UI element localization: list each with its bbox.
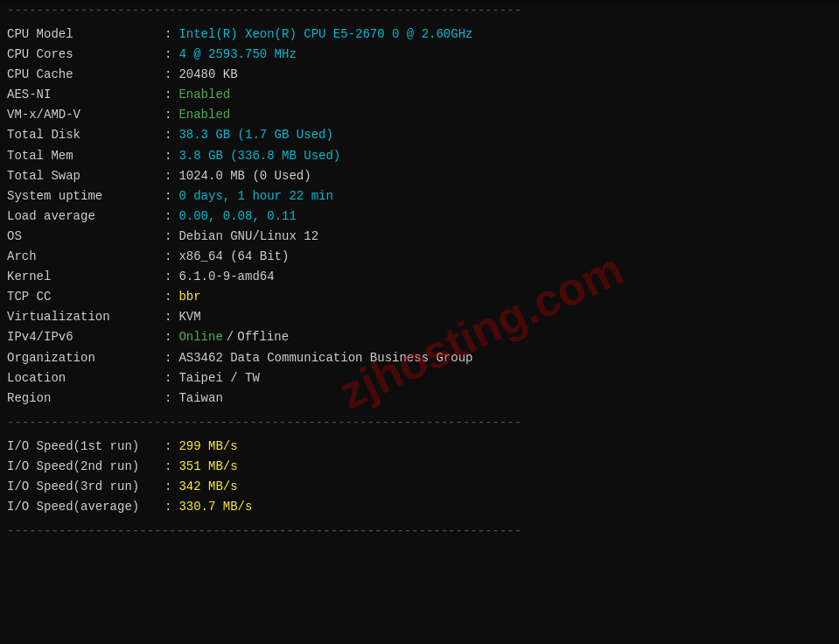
table-row: CPU Cache : 20480 KB	[7, 65, 832, 85]
ipv4ipv6-slash: /	[227, 327, 234, 347]
uptime-label: System uptime	[7, 186, 164, 206]
org-value: AS3462 Data Communication Business Group	[178, 348, 472, 368]
kernel-value: 6.1.0-9-amd64	[178, 267, 274, 287]
cpu-model-value: Intel(R) Xeon(R) CPU E5-2670 0 @ 2.60GHz	[178, 24, 472, 45]
location-value: Taipei / TW	[178, 368, 259, 388]
cpu-cache-value: 20480 KB	[178, 65, 237, 85]
table-row: TCP CC : bbr	[7, 287, 832, 307]
tcp-cc-label: TCP CC	[7, 287, 164, 307]
colon: :	[164, 166, 171, 186]
aes-ni-value: Enabled	[178, 85, 230, 105]
table-row: OS : Debian GNU/Linux 12	[7, 227, 832, 247]
colon: :	[164, 45, 171, 65]
table-row: Organization : AS3462 Data Communication…	[7, 348, 832, 368]
colon: :	[164, 368, 171, 388]
table-row: Load average : 0.00, 0.08, 0.11	[7, 206, 832, 227]
org-label: Organization	[7, 348, 164, 368]
virtualization-value: KVM	[178, 307, 200, 327]
io-1st-value: 299 MB/s	[178, 437, 237, 457]
colon: :	[164, 146, 171, 166]
ipv4-status: Online	[178, 327, 222, 347]
total-mem-value: 3.8 GB (336.8 MB Used)	[178, 146, 340, 166]
region-value: Taiwan	[178, 388, 222, 409]
io-avg-label: I/O Speed(average)	[7, 497, 164, 517]
tcp-cc-value: bbr	[178, 287, 200, 307]
colon: :	[164, 348, 171, 368]
colon: :	[164, 267, 171, 287]
colon: :	[164, 227, 171, 247]
colon: :	[164, 85, 171, 105]
colon: :	[164, 105, 171, 125]
arch-label: Arch	[7, 247, 164, 267]
bottom-divider: ----------------------------------------…	[7, 524, 832, 538]
colon: :	[164, 206, 171, 227]
table-row: I/O Speed(2nd run) : 351 MB/s	[7, 457, 832, 477]
table-row: Region : Taiwan	[7, 388, 832, 409]
colon: :	[164, 65, 171, 85]
total-mem-label: Total Mem	[7, 146, 164, 166]
colon: :	[164, 307, 171, 327]
os-label: OS	[7, 227, 164, 247]
uptime-value: 0 days, 1 hour 22 min	[178, 186, 332, 206]
mid-divider: ----------------------------------------…	[7, 416, 832, 430]
table-row: Virtualization : KVM	[7, 307, 832, 327]
table-row: Total Swap : 1024.0 MB (0 Used)	[7, 166, 832, 186]
io-3rd-label: I/O Speed(3rd run)	[7, 477, 164, 497]
io-avg-value: 330.7 MB/s	[178, 497, 252, 517]
colon: :	[164, 457, 171, 477]
colon: :	[164, 327, 171, 347]
cpu-cores-value: 4 @ 2593.750 MHz	[178, 45, 296, 65]
region-label: Region	[7, 388, 164, 409]
table-row: Arch : x86_64 (64 Bit)	[7, 247, 832, 267]
virtualization-label: Virtualization	[7, 307, 164, 327]
colon: :	[164, 437, 171, 457]
table-row: I/O Speed(average) : 330.7 MB/s	[7, 497, 832, 517]
system-info-section: CPU Model : Intel(R) Xeon(R) CPU E5-2670…	[7, 21, 832, 412]
ipv4ipv6-label: IPv4/IPv6	[7, 327, 164, 347]
aes-ni-label: AES-NI	[7, 85, 164, 105]
os-value: Debian GNU/Linux 12	[178, 227, 318, 247]
terminal-window: zjhosting.com --------------------------…	[0, 4, 839, 644]
colon: :	[164, 287, 171, 307]
cpu-cache-label: CPU Cache	[7, 65, 164, 85]
table-row: System uptime : 0 days, 1 hour 22 min	[7, 186, 832, 206]
load-avg-label: Load average	[7, 206, 164, 227]
io-2nd-value: 351 MB/s	[178, 457, 237, 477]
colon: :	[164, 497, 171, 517]
colon: :	[164, 388, 171, 409]
kernel-label: Kernel	[7, 267, 164, 287]
colon: :	[164, 186, 171, 206]
table-row: Total Mem : 3.8 GB (336.8 MB Used)	[7, 146, 832, 166]
io-3rd-value: 342 MB/s	[178, 477, 237, 497]
table-row: Location : Taipei / TW	[7, 368, 832, 388]
vmx-value: Enabled	[178, 105, 230, 125]
table-row: Total Disk : 38.3 GB (1.7 GB Used)	[7, 125, 832, 145]
cpu-cores-label: CPU Cores	[7, 45, 164, 65]
ipv6-status: Offline	[237, 327, 289, 347]
table-row: I/O Speed(1st run) : 299 MB/s	[7, 437, 832, 457]
top-divider: ----------------------------------------…	[7, 4, 832, 18]
io-1st-label: I/O Speed(1st run)	[7, 437, 164, 457]
total-swap-label: Total Swap	[7, 166, 164, 186]
table-row: AES-NI : Enabled	[7, 85, 832, 105]
io-2nd-label: I/O Speed(2nd run)	[7, 457, 164, 477]
total-disk-value: 38.3 GB (1.7 GB Used)	[178, 125, 332, 145]
table-row: CPU Cores : 4 @ 2593.750 MHz	[7, 45, 832, 65]
colon: :	[164, 477, 171, 497]
colon: :	[164, 125, 171, 145]
cpu-model-label: CPU Model	[7, 24, 164, 45]
vmx-label: VM-x/AMD-V	[7, 105, 164, 125]
io-info-section: I/O Speed(1st run) : 299 MB/s I/O Speed(…	[7, 433, 832, 521]
location-label: Location	[7, 368, 164, 388]
table-row: Kernel : 6.1.0-9-amd64	[7, 267, 832, 287]
colon: :	[164, 247, 171, 267]
colon: :	[164, 24, 171, 45]
table-row: CPU Model : Intel(R) Xeon(R) CPU E5-2670…	[7, 24, 832, 45]
table-row: I/O Speed(3rd run) : 342 MB/s	[7, 477, 832, 497]
total-disk-label: Total Disk	[7, 125, 164, 145]
total-swap-value: 1024.0 MB (0 Used)	[178, 166, 311, 186]
table-row: VM-x/AMD-V : Enabled	[7, 105, 832, 125]
arch-value: x86_64 (64 Bit)	[178, 247, 289, 267]
load-avg-value: 0.00, 0.08, 0.11	[178, 206, 296, 227]
table-row: IPv4/IPv6 : Online / Offline	[7, 327, 832, 347]
